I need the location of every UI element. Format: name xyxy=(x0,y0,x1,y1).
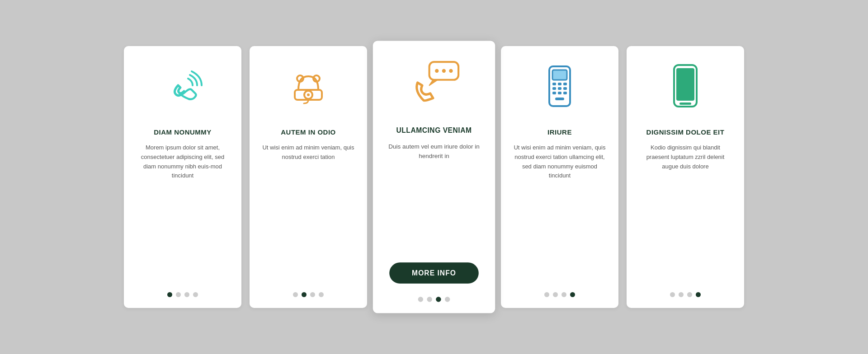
dot xyxy=(436,297,441,302)
dot xyxy=(176,292,181,297)
card-3-title: ULLAMCING VENIAM xyxy=(396,126,472,135)
dot xyxy=(418,297,423,302)
dot xyxy=(561,292,566,297)
svg-point-7 xyxy=(442,69,446,73)
card-3-dots xyxy=(418,297,450,302)
card-4-text: Ut wisi enim ad minim veniam, quis nostr… xyxy=(514,143,606,279)
svg-rect-14 xyxy=(552,87,556,90)
dot xyxy=(445,297,450,302)
svg-rect-22 xyxy=(676,68,694,101)
svg-point-6 xyxy=(435,69,439,73)
svg-rect-19 xyxy=(563,92,567,94)
dot xyxy=(687,292,692,297)
svg-rect-13 xyxy=(563,83,567,85)
card-4-dots xyxy=(544,292,575,297)
dot xyxy=(679,292,684,297)
dot xyxy=(310,292,315,297)
dot xyxy=(544,292,549,297)
card-1-dots xyxy=(167,292,198,297)
svg-rect-10 xyxy=(552,70,567,80)
card-5-title: DIGNISSIM DOLOE EIT xyxy=(646,128,725,136)
dot xyxy=(570,292,575,297)
dot xyxy=(553,292,558,297)
card-2: AUTEM IN ODIO Ut wisi enim ad minim veni… xyxy=(250,46,367,308)
phone-chat-icon xyxy=(406,56,462,112)
svg-rect-15 xyxy=(558,87,561,90)
card-5-dots xyxy=(670,292,701,297)
card-3: ULLAMCING VENIAM Duis autem vel eum iriu… xyxy=(373,41,495,313)
card-4: IRIURE Ut wisi enim ad minim veniam, qui… xyxy=(501,46,618,308)
card-1-text: Morem ipsum dolor sit amet, consectetuer… xyxy=(137,143,229,279)
retro-phone-icon xyxy=(281,61,335,115)
card-1: DIAM NONUMMY Morem ipsum dolor sit amet,… xyxy=(124,46,241,308)
svg-rect-20 xyxy=(555,98,564,100)
dot xyxy=(193,292,198,297)
cards-container: DIAM NONUMMY Morem ipsum dolor sit amet,… xyxy=(106,28,762,326)
svg-rect-17 xyxy=(552,92,556,94)
mobile-phone-icon xyxy=(533,61,587,115)
card-2-dots xyxy=(293,292,324,297)
card-5-text: Kodio dignissim qui blandit praesent lup… xyxy=(639,143,731,279)
card-5: DIGNISSIM DOLOE EIT Kodio dignissim qui … xyxy=(627,46,744,308)
svg-point-8 xyxy=(449,69,453,73)
dot xyxy=(670,292,675,297)
card-4-title: IRIURE xyxy=(547,128,572,136)
more-info-button[interactable]: MORE INFO xyxy=(389,262,479,284)
dot xyxy=(696,292,701,297)
card-3-text: Duis autem vel eum iriure dolor in hendr… xyxy=(386,142,482,251)
card-1-title: DIAM NONUMMY xyxy=(154,128,212,136)
dot xyxy=(319,292,324,297)
dot xyxy=(184,292,189,297)
svg-rect-23 xyxy=(679,102,691,105)
smartphone-icon xyxy=(658,61,712,115)
dot xyxy=(427,297,432,302)
svg-rect-18 xyxy=(558,92,561,94)
phone-ringing-icon xyxy=(156,61,210,115)
card-2-title: AUTEM IN ODIO xyxy=(281,128,336,136)
svg-rect-12 xyxy=(558,83,561,85)
svg-rect-11 xyxy=(552,83,556,85)
dot xyxy=(167,292,172,297)
svg-rect-16 xyxy=(563,87,567,90)
svg-point-4 xyxy=(307,93,310,96)
card-2-text: Ut wisi enim ad minim veniam, quis nostr… xyxy=(262,143,354,279)
dot xyxy=(293,292,298,297)
dot xyxy=(302,292,307,297)
